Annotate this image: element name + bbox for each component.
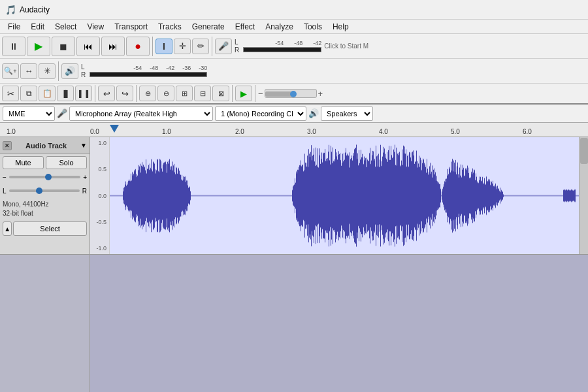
- record-meter-button[interactable]: 🎤: [215, 39, 232, 54]
- pan-slider[interactable]: [9, 189, 80, 192]
- r-label: R: [235, 46, 239, 54]
- menu-analyze[interactable]: Analyze: [260, 21, 299, 33]
- silence-button[interactable]: ▌▐: [75, 86, 92, 101]
- select-button[interactable]: Select: [13, 221, 87, 236]
- toolbar-separator-3: [58, 61, 59, 81]
- zoom-out2-button[interactable]: ⊖: [157, 86, 174, 101]
- meter-bar-bottom: [90, 72, 207, 77]
- y-axis: 1.0 0.5 0.0 -0.5 -1.0: [90, 137, 110, 254]
- host-select[interactable]: MME: [3, 106, 55, 121]
- toolbar-row-1: ⏸ ▶ ◼ ⏮ ⏭ ● I ✛ ✏ 🎤 L R -54 -48: [0, 34, 588, 59]
- ruler-label-4: 4.0: [379, 128, 388, 135]
- cursor-tool-button[interactable]: I: [155, 39, 172, 54]
- waveform-area[interactable]: 1.0 0.5 0.0 -0.5 -1.0: [90, 137, 588, 254]
- gain-thumb[interactable]: [45, 174, 52, 180]
- cut-button[interactable]: ✂: [2, 86, 19, 101]
- y-label-5: -1.0: [90, 245, 109, 252]
- solo-button[interactable]: Solo: [46, 156, 87, 169]
- multi-tool-button[interactable]: ✛: [174, 39, 191, 54]
- ruler-label-5: 5.0: [451, 128, 460, 135]
- channels-select[interactable]: 1 (Mono) Recording Cha: [215, 106, 306, 121]
- trim-audio-button[interactable]: ▐▌: [57, 86, 74, 101]
- stop-button[interactable]: ◼: [52, 37, 75, 56]
- bottom-row: ▲ Select: [3, 221, 87, 236]
- track-dropdown-arrow[interactable]: ▼: [80, 142, 87, 149]
- below-track-area: [0, 255, 588, 392]
- input-select[interactable]: Microphone Array (Realtek High: [69, 106, 213, 121]
- zoom-in-button[interactable]: 🔍+: [2, 63, 19, 79]
- zoom-sel2-button[interactable]: ⊞: [176, 86, 193, 101]
- ruler-label-2: 2.0: [235, 128, 244, 135]
- skip-fwd-button[interactable]: ⏭: [101, 37, 125, 56]
- menu-tools[interactable]: Tools: [299, 21, 327, 33]
- skip-back-button[interactable]: ⏮: [76, 37, 100, 56]
- undo-button[interactable]: ↩: [98, 86, 115, 101]
- collapse-button[interactable]: ▲: [3, 221, 12, 236]
- gain-slider[interactable]: [9, 176, 80, 178]
- gain-row: − +: [3, 171, 87, 183]
- paste-button[interactable]: 📋: [39, 86, 56, 101]
- separator-5: [136, 85, 137, 102]
- separator-7: [255, 85, 255, 102]
- gain-slider-container[interactable]: [265, 89, 317, 98]
- r2-label: R: [81, 71, 86, 79]
- zoom-toggle-button[interactable]: ⊠: [212, 86, 229, 101]
- meter2-val-54: -54: [133, 65, 142, 71]
- pan-thumb[interactable]: [36, 188, 42, 194]
- meter-scale-bottom-row: -54 -48 -42 -36 -30: [90, 65, 207, 71]
- menu-transport[interactable]: Transport: [109, 21, 153, 33]
- track-close-button[interactable]: ✕: [3, 141, 12, 150]
- playback-meter-button[interactable]: 🔊: [61, 63, 78, 79]
- track-info: Mono, 44100Hz 32-bit float: [3, 199, 87, 220]
- menu-select[interactable]: Select: [50, 21, 82, 33]
- timeline-ruler: 0.0 1.0 2.0 3.0 4.0 5.0 6.0 1.0: [0, 123, 588, 137]
- meter-bar-top: [243, 47, 321, 52]
- title-bar: 🎵 Audacity: [0, 0, 588, 20]
- pan-row: L R: [3, 185, 87, 197]
- copy-button[interactable]: ⧉: [20, 86, 37, 101]
- pan-right: R: [82, 188, 87, 195]
- menu-generate[interactable]: Generate: [187, 21, 230, 33]
- play-button[interactable]: ▶: [27, 37, 50, 56]
- mute-button[interactable]: Mute: [3, 156, 44, 169]
- zoom-in2-button[interactable]: ⊕: [139, 86, 156, 101]
- y-label-2: 0.5: [90, 166, 109, 172]
- meter2-val-30: -30: [199, 65, 207, 71]
- ruler-label-0: 0.0: [90, 128, 99, 135]
- track-panel: ✕ Audio Track ▼ Mute Solo − +: [0, 137, 90, 254]
- menu-effect[interactable]: Effect: [230, 21, 260, 33]
- output-select[interactable]: Speakers (: [321, 106, 373, 121]
- gain-slider-thumb[interactable]: [290, 91, 297, 97]
- v-scrollbar-thumb[interactable]: [580, 138, 588, 164]
- gain-minus-label: −: [258, 89, 263, 99]
- separator-4: [95, 85, 95, 102]
- app-icon: 🎵: [5, 5, 16, 15]
- menu-edit[interactable]: Edit: [25, 21, 50, 33]
- main-area: 0.0 1.0 2.0 3.0 4.0 5.0 6.0 1.0 ✕ Audio …: [0, 123, 588, 392]
- menu-file[interactable]: File: [3, 21, 25, 33]
- menu-tracks[interactable]: Tracks: [153, 21, 187, 33]
- multi-cursor-button[interactable]: ✳: [39, 63, 56, 79]
- pan-left: L: [3, 188, 7, 195]
- toolbar-separator-2: [212, 37, 212, 56]
- below-track-left: [0, 255, 90, 392]
- gain-slider-fill: [265, 91, 293, 97]
- meter2-val-42: -42: [166, 65, 174, 71]
- ruler-triangle: [110, 125, 119, 133]
- pause-button[interactable]: ⏸: [2, 37, 25, 56]
- meter-scale-top: -54 -48 -42: [243, 40, 321, 53]
- ruler-label-1: 1.0: [162, 128, 171, 135]
- select-tool-button[interactable]: ↔: [20, 63, 37, 79]
- redo-button[interactable]: ↪: [116, 86, 133, 101]
- zoom-fit2-button[interactable]: ⊟: [194, 86, 211, 101]
- play-green-button[interactable]: ▶: [235, 86, 252, 101]
- speaker-icon: 🔊: [308, 108, 319, 118]
- waveform-canvas[interactable]: [110, 137, 579, 254]
- menu-help[interactable]: Help: [327, 21, 354, 33]
- record-button[interactable]: ●: [126, 37, 150, 56]
- toolbar-row-3: ✂ ⧉ 📋 ▐▌ ▌▐ ↩ ↪ ⊕ ⊖ ⊞ ⊟ ⊠ ▶ − +: [0, 84, 588, 103]
- v-scrollbar[interactable]: [579, 137, 588, 254]
- menu-view[interactable]: View: [82, 21, 109, 33]
- track-name: Audio Track: [25, 142, 67, 150]
- draw-tool-button[interactable]: ✏: [192, 39, 209, 54]
